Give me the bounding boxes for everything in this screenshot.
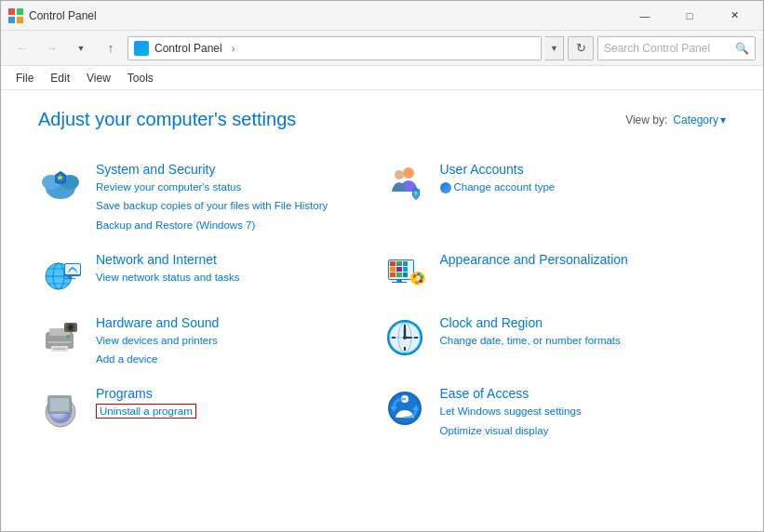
svg-rect-1 xyxy=(17,8,23,15)
svg-point-45 xyxy=(66,335,70,339)
appearance-link[interactable]: Appearance and Personalization xyxy=(440,252,628,267)
programs-text: Programs Uninstall a program xyxy=(96,386,196,419)
svg-rect-29 xyxy=(396,273,402,277)
content-area: Adjust your computer's settings View by:… xyxy=(1,90,763,531)
category-appearance: Appearance and Personalization xyxy=(382,243,727,306)
category-ease: Ease of Access Let Windows suggest setti… xyxy=(382,377,727,448)
svg-point-48 xyxy=(69,326,73,329)
forward-button[interactable]: → xyxy=(38,35,64,61)
search-placeholder: Search Control Panel xyxy=(604,42,731,55)
user-accounts-sub-0[interactable]: Change account type xyxy=(454,180,556,195)
user-accounts-link[interactable]: User Accounts xyxy=(440,162,556,177)
system-security-text: System and Security Review your computer… xyxy=(96,162,328,233)
search-box[interactable]: Search Control Panel 🔍 xyxy=(597,36,756,60)
menu-file[interactable]: File xyxy=(8,69,41,87)
minimize-button[interactable]: — xyxy=(623,1,666,31)
menu-edit[interactable]: Edit xyxy=(43,69,77,87)
ease-sub-1[interactable]: Optimize visual display xyxy=(440,423,582,439)
view-by-chevron: ▾ xyxy=(720,113,726,126)
recent-locations-button[interactable]: ▼ xyxy=(68,35,94,61)
view-by-label: View by: xyxy=(625,113,667,126)
svg-rect-28 xyxy=(390,273,395,277)
address-input[interactable]: Control Panel › xyxy=(127,36,542,60)
menu-view[interactable]: View xyxy=(79,69,118,87)
window-icon xyxy=(8,8,23,23)
programs-icon xyxy=(38,386,83,431)
svg-point-9 xyxy=(395,170,404,180)
hardware-text: Hardware and Sound View devices and prin… xyxy=(96,315,219,368)
ease-sub-0[interactable]: Let Windows suggest settings xyxy=(440,404,582,419)
ease-text: Ease of Access Let Windows suggest setti… xyxy=(440,386,582,439)
refresh-button[interactable]: ↻ xyxy=(568,36,594,60)
clock-icon xyxy=(382,315,427,360)
svg-rect-25 xyxy=(390,267,395,272)
clock-sub-0[interactable]: Change date, time, or number formats xyxy=(440,333,621,349)
address-bar: ← → ▼ ↑ Control Panel › ▼ ↻ Search Contr… xyxy=(1,31,763,66)
address-chevron: › xyxy=(232,43,235,54)
maximize-button[interactable]: □ xyxy=(668,1,711,31)
back-button[interactable]: ← xyxy=(8,35,34,61)
address-path-text: Control Panel xyxy=(154,42,222,55)
system-security-icon xyxy=(38,162,83,206)
svg-rect-26 xyxy=(396,267,402,272)
programs-link[interactable]: Programs xyxy=(96,386,196,401)
svg-rect-22 xyxy=(390,261,395,266)
appearance-icon xyxy=(382,252,427,297)
svg-point-8 xyxy=(403,167,414,179)
svg-rect-2 xyxy=(8,17,15,23)
svg-point-38 xyxy=(415,281,419,285)
view-by-control: View by: Category ▾ xyxy=(625,113,726,126)
svg-rect-30 xyxy=(403,273,408,277)
hardware-sub-0[interactable]: View devices and printers xyxy=(96,333,219,349)
svg-rect-18 xyxy=(68,276,72,278)
user-accounts-text: User Accounts Change account type xyxy=(440,162,556,195)
category-network: Network and Internet View network status… xyxy=(38,243,382,306)
clock-link[interactable]: Clock and Region xyxy=(440,315,621,330)
window-title: Control Panel xyxy=(29,9,623,22)
system-security-link[interactable]: System and Security xyxy=(96,162,328,177)
user-accounts-shield-badge xyxy=(440,182,451,193)
search-icon: 🔍 xyxy=(735,42,749,55)
network-icon xyxy=(38,252,83,297)
network-text: Network and Internet View network status… xyxy=(96,252,239,286)
title-bar: Control Panel — □ ✕ xyxy=(1,1,763,31)
menu-tools[interactable]: Tools xyxy=(120,69,161,87)
menu-bar: File Edit View Tools xyxy=(1,66,763,90)
svg-rect-31 xyxy=(396,280,402,282)
svg-rect-44 xyxy=(53,348,66,350)
system-security-sub-2[interactable]: Backup and Restore (Windows 7) xyxy=(96,218,328,233)
categories-grid: System and Security Review your computer… xyxy=(38,153,726,448)
category-hardware: Hardware and Sound View devices and prin… xyxy=(38,306,382,378)
hardware-icon xyxy=(38,315,83,360)
up-button[interactable]: ↑ xyxy=(98,35,124,61)
category-system-security: System and Security Review your computer… xyxy=(38,153,382,243)
content-header: Adjust your computer's settings View by:… xyxy=(38,109,726,130)
ease-link[interactable]: Ease of Access xyxy=(440,386,582,401)
appearance-text: Appearance and Personalization xyxy=(440,252,628,267)
address-dropdown-button[interactable]: ▼ xyxy=(545,36,564,60)
system-security-sub-0[interactable]: Review your computer's status xyxy=(96,180,328,195)
uninstall-program-link[interactable]: Uninstall a program xyxy=(96,404,196,419)
network-sub-0[interactable]: View network status and tasks xyxy=(96,270,239,286)
hardware-sub-1[interactable]: Add a device xyxy=(96,352,219,367)
ease-icon xyxy=(382,386,427,431)
category-programs: Programs Uninstall a program xyxy=(38,377,382,448)
svg-rect-19 xyxy=(64,278,75,279)
svg-rect-23 xyxy=(396,261,402,266)
close-button[interactable]: ✕ xyxy=(713,1,756,31)
svg-point-39 xyxy=(415,275,421,281)
svg-rect-3 xyxy=(17,17,23,23)
svg-rect-66 xyxy=(50,398,69,411)
window-controls: — □ ✕ xyxy=(623,1,756,31)
clock-text: Clock and Region Change date, time, or n… xyxy=(440,315,621,349)
svg-rect-42 xyxy=(47,341,72,343)
hardware-link[interactable]: Hardware and Sound xyxy=(96,315,219,330)
svg-rect-24 xyxy=(403,261,408,266)
user-accounts-icon xyxy=(382,162,427,206)
system-security-sub-1[interactable]: Save backup copies of your files with Fi… xyxy=(96,198,328,214)
view-by-value[interactable]: Category ▾ xyxy=(673,113,726,126)
category-user-accounts: User Accounts Change account type xyxy=(382,153,727,243)
svg-rect-32 xyxy=(392,282,407,283)
network-link[interactable]: Network and Internet xyxy=(96,252,239,267)
svg-rect-27 xyxy=(403,267,408,272)
